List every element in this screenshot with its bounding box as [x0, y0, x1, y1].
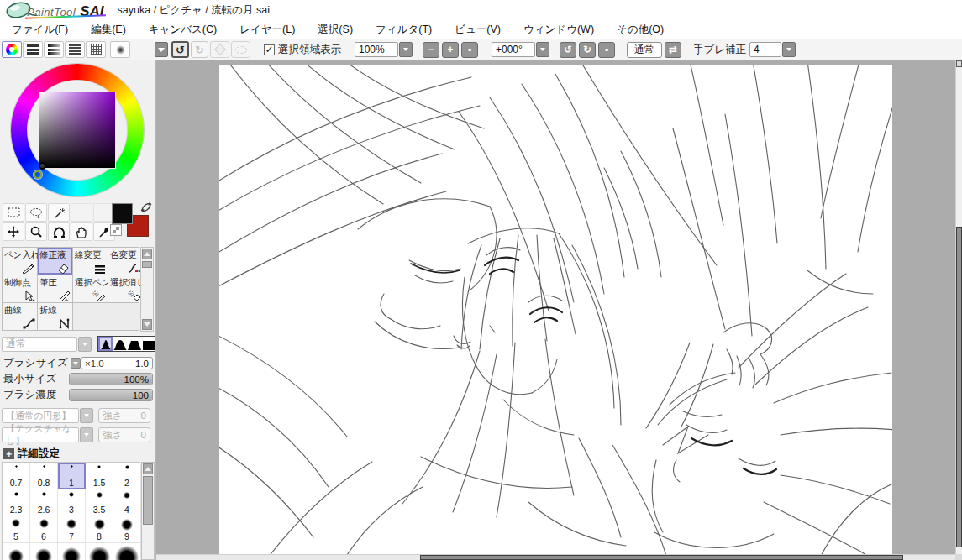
size-preset[interactable]: [86, 543, 113, 560]
size-preset[interactable]: [58, 543, 86, 560]
deselect-button[interactable]: [210, 41, 229, 58]
canvas[interactable]: [219, 65, 892, 554]
redo-button[interactable]: ↻: [191, 41, 208, 58]
zoom-dropdown-button[interactable]: [399, 42, 413, 57]
saturation-value-square[interactable]: [39, 92, 116, 169]
move-tool[interactable]: [3, 222, 24, 241]
scroll-up-button[interactable]: [143, 463, 153, 474]
size-preset[interactable]: 1.5: [86, 463, 113, 489]
selection-display-checkbox[interactable]: ✓: [264, 44, 275, 55]
hsv-slider-panel-button[interactable]: [44, 41, 64, 58]
lasso-tool[interactable]: [25, 203, 47, 222]
undo-button[interactable]: ↺: [171, 41, 189, 58]
rotate-cw-button[interactable]: ↻: [579, 42, 596, 58]
zoom-reset-button[interactable]: ▪: [461, 42, 478, 58]
menu-edit[interactable]: 編集(E): [91, 23, 126, 37]
hue-marker[interactable]: [34, 170, 42, 179]
brush-grid-scrollbar[interactable]: [140, 247, 154, 332]
zoom-in-button[interactable]: +: [442, 42, 459, 58]
horizontal-scrollbar-thumb[interactable]: [420, 555, 903, 560]
size-preset[interactable]: 0.7: [3, 463, 30, 489]
menu-file[interactable]: ファイル(F): [12, 23, 68, 37]
transparent-color-button[interactable]: [110, 224, 122, 236]
rotate-reset-button[interactable]: ▪: [598, 42, 615, 58]
menu-canvas[interactable]: キャンバス(C): [149, 23, 217, 37]
tool-pen[interactable]: ペン入れ: [3, 248, 37, 275]
size-preset-selected[interactable]: 1: [58, 463, 86, 489]
quick-menu-button[interactable]: [155, 42, 168, 57]
menu-view[interactable]: ビュー(V): [455, 23, 501, 37]
size-preset[interactable]: 6: [30, 516, 58, 543]
tool-select-pen[interactable]: 選択ペン S: [73, 275, 108, 302]
angle-dropdown-button[interactable]: [536, 42, 549, 57]
size-preset[interactable]: 7: [58, 516, 86, 543]
size-preset[interactable]: 9: [113, 516, 141, 543]
flip-view-button[interactable]: ⇄: [665, 42, 681, 58]
min-size-slider[interactable]: 100%: [69, 373, 153, 385]
size-preset[interactable]: 8: [86, 516, 113, 543]
size-preset[interactable]: 3.5: [86, 489, 113, 516]
density-slider[interactable]: 100: [69, 389, 153, 401]
scroll-top-button[interactable]: [956, 60, 962, 67]
size-preset[interactable]: 2.6: [30, 489, 58, 516]
scrollbar-thumb[interactable]: [142, 261, 152, 268]
tool-line-change[interactable]: 線変更: [73, 248, 108, 275]
tool-control-point[interactable]: 制御点: [3, 275, 37, 302]
canvas-horizontal-scrollbar[interactable]: [156, 554, 955, 560]
scroll-down-button[interactable]: [142, 319, 152, 330]
brush-texture-combo[interactable]: 【テクスチャなし】: [2, 427, 79, 442]
swap-colors-icon[interactable]: [140, 201, 152, 212]
preset-scrollbar[interactable]: [141, 462, 155, 560]
shape-dropdown-button[interactable]: [80, 408, 93, 423]
zoom-out-button[interactable]: −: [423, 42, 439, 58]
rotate-ccw-button[interactable]: ↺: [560, 42, 576, 58]
color-wheel-panel-button[interactable]: [2, 41, 22, 58]
hand-tool[interactable]: [71, 222, 92, 241]
menu-others[interactable]: その他(O): [617, 23, 664, 37]
view-blend-mode-button[interactable]: 通常: [627, 42, 662, 58]
brush-blend-mode-combo[interactable]: 通常: [2, 337, 77, 352]
menu-layer[interactable]: レイヤー(L): [239, 23, 295, 37]
advanced-settings-header[interactable]: ＋ 詳細設定: [3, 447, 60, 461]
size-preset[interactable]: 5: [3, 516, 30, 543]
angle-combo[interactable]: +000°: [492, 42, 535, 57]
zoom-tool[interactable]: [25, 222, 47, 241]
brush-size-slider[interactable]: ×1.0 1.0: [81, 357, 153, 369]
tip-shape-trapezoid[interactable]: [127, 337, 141, 351]
size-preset[interactable]: [30, 543, 58, 560]
foreground-color-swatch[interactable]: [112, 203, 133, 224]
size-preset[interactable]: 2.3: [3, 489, 30, 516]
menu-window[interactable]: ウィンドウ(W): [523, 23, 594, 37]
tool-polyline[interactable]: 折線: [38, 303, 72, 330]
size-preset[interactable]: [3, 543, 30, 560]
reselect-button[interactable]: [231, 41, 250, 58]
menu-filter[interactable]: フィルタ(T): [376, 23, 432, 37]
sv-marker[interactable]: [39, 162, 46, 170]
texture-strength-field[interactable]: 強さ 0: [98, 427, 150, 442]
rect-select-tool[interactable]: [3, 203, 24, 222]
stabilizer-combo[interactable]: 4: [749, 42, 781, 57]
scroll-up-button[interactable]: [142, 249, 152, 259]
brush-shape-combo[interactable]: 【通常の円形】: [2, 408, 79, 423]
menu-select[interactable]: 選択(S): [318, 23, 353, 37]
tool-correction-fluid[interactable]: 修正液: [38, 248, 72, 275]
tip-shape-bell[interactable]: [113, 337, 127, 351]
mixer-panel-button[interactable]: [65, 41, 85, 58]
size-preset[interactable]: [113, 543, 141, 560]
stabilizer-dropdown-button[interactable]: [782, 42, 796, 57]
tool-select-eraser[interactable]: 選択消し S: [108, 275, 143, 302]
size-preset[interactable]: 4: [113, 489, 141, 516]
texture-dropdown-button[interactable]: [80, 427, 93, 442]
swatches-panel-button[interactable]: [86, 41, 106, 58]
tip-shape-flat[interactable]: [141, 337, 155, 351]
blend-mode-dropdown-button[interactable]: [78, 337, 92, 352]
vertical-scrollbar-thumb[interactable]: [956, 227, 962, 547]
tool-color-change[interactable]: 色変更: [108, 248, 143, 275]
size-preset[interactable]: 0.8: [30, 463, 58, 489]
tool-curve[interactable]: 曲線: [3, 303, 37, 330]
zoom-combo[interactable]: 100%: [355, 42, 398, 57]
brush-size-unit-button[interactable]: [71, 358, 81, 369]
magic-wand-tool[interactable]: [48, 203, 70, 222]
shape-strength-field[interactable]: 強さ 0: [98, 408, 150, 423]
tip-shape-peak[interactable]: [98, 337, 113, 351]
